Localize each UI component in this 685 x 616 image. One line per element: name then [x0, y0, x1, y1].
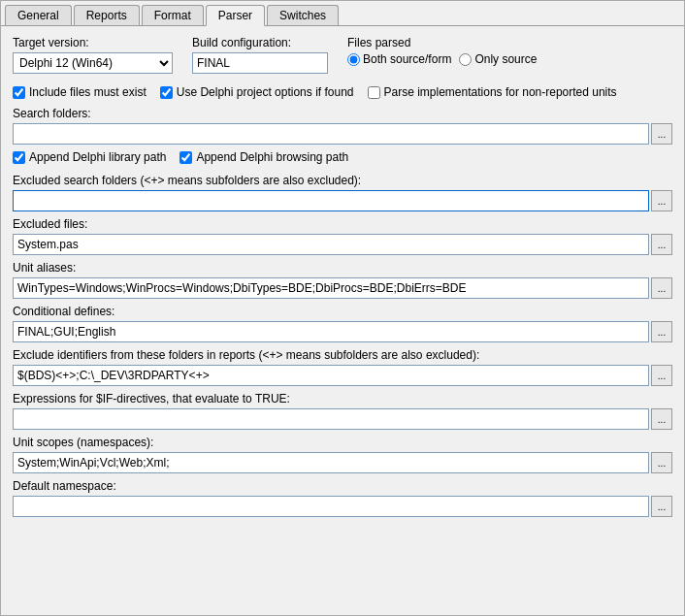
unit-aliases-label: Unit aliases:: [13, 261, 672, 275]
build-configuration-group: Build configuration:: [192, 36, 328, 74]
expressions-if-browse-btn[interactable]: ...: [651, 408, 672, 430]
default-namespace-section: Default namespace: ...: [13, 479, 672, 517]
conditional-defines-label: Conditional defines:: [13, 305, 672, 318]
search-folders-browse-btn[interactable]: ...: [651, 123, 672, 145]
conditional-defines-section: Conditional defines: ...: [13, 305, 672, 342]
search-folders-section: Search folders: ...: [13, 107, 672, 145]
unit-aliases-browse-btn[interactable]: ...: [651, 277, 672, 299]
main-window: General Reports Format Parser Switches T…: [0, 0, 685, 616]
excluded-files-browse-btn[interactable]: ...: [651, 234, 672, 255]
unit-aliases-section: Unit aliases: ...: [13, 261, 672, 299]
checkbox-delphi-project[interactable]: Use Delphi project options if found: [160, 85, 354, 99]
radio-only-source-label: Only source: [474, 52, 537, 66]
checkbox-include-files[interactable]: Include files must exist: [13, 85, 147, 99]
tab-bar: General Reports Format Parser Switches: [1, 1, 684, 26]
files-parsed-radio-row: Both source/form Only source: [347, 52, 537, 66]
tab-parser[interactable]: Parser: [206, 5, 265, 26]
tab-general[interactable]: General: [5, 5, 72, 25]
target-version-group: Target version: Delphi 12 (Win64): [13, 36, 173, 74]
files-parsed-group: Files parsed Both source/form Only sourc…: [347, 36, 537, 66]
unit-scopes-browse-btn[interactable]: ...: [651, 452, 672, 473]
unit-scopes-input[interactable]: [13, 452, 649, 473]
target-version-select[interactable]: Delphi 12 (Win64): [13, 52, 173, 74]
conditional-defines-browse-btn[interactable]: ...: [651, 321, 672, 342]
excluded-files-input-row: ...: [13, 234, 672, 255]
excluded-files-input[interactable]: [13, 234, 649, 255]
search-folders-input-row: ...: [13, 123, 672, 145]
excluded-files-section: Excluded files: ...: [13, 217, 672, 255]
files-parsed-label: Files parsed: [347, 36, 537, 49]
unit-scopes-section: Unit scopes (namespaces): ...: [13, 436, 672, 473]
tab-reports[interactable]: Reports: [74, 5, 140, 25]
conditional-defines-input[interactable]: [13, 321, 649, 342]
exclude-identifiers-input-row: ...: [13, 365, 672, 386]
unit-scopes-label: Unit scopes (namespaces):: [13, 436, 672, 449]
expressions-if-input[interactable]: [13, 408, 649, 430]
default-namespace-input[interactable]: [13, 496, 649, 517]
radio-only-source[interactable]: Only source: [459, 52, 537, 66]
parser-content: Target version: Delphi 12 (Win64) Build …: [1, 26, 684, 615]
unit-scopes-input-row: ...: [13, 452, 672, 473]
target-version-label: Target version:: [13, 36, 173, 49]
build-configuration-label: Build configuration:: [192, 36, 328, 49]
checkboxes-row-1: Include files must exist Use Delphi proj…: [13, 85, 672, 99]
exclude-identifiers-label: Exclude identifiers from these folders i…: [13, 348, 672, 362]
excluded-search-folders-input[interactable]: [13, 190, 649, 211]
checkbox-append-browsing[interactable]: Append Delphi browsing path: [179, 150, 348, 164]
checkbox-append-library-label: Append Delphi library path: [29, 150, 166, 164]
checkbox-append-library[interactable]: Append Delphi library path: [13, 150, 166, 164]
expressions-if-section: Expressions for $IF-directives, that eva…: [13, 392, 672, 430]
default-namespace-browse-btn[interactable]: ...: [651, 496, 672, 517]
exclude-identifiers-browse-btn[interactable]: ...: [651, 365, 672, 386]
search-folders-input[interactable]: [13, 123, 649, 145]
radio-both-source[interactable]: Both source/form: [347, 52, 451, 66]
unit-aliases-input-row: ...: [13, 277, 672, 299]
excluded-search-folders-section: Excluded search folders (<+> means subfo…: [13, 174, 672, 211]
expressions-if-label: Expressions for $IF-directives, that eva…: [13, 392, 672, 405]
build-configuration-input[interactable]: [192, 52, 328, 74]
excluded-files-label: Excluded files:: [13, 217, 672, 231]
excluded-search-folders-browse-btn[interactable]: ...: [651, 190, 672, 211]
conditional-defines-input-row: ...: [13, 321, 672, 342]
expressions-if-input-row: ...: [13, 408, 672, 430]
excluded-search-folders-label: Excluded search folders (<+> means subfo…: [13, 174, 672, 187]
unit-aliases-input[interactable]: [13, 277, 649, 299]
checkbox-delphi-project-label: Use Delphi project options if found: [177, 85, 354, 99]
checkbox-parse-implementations[interactable]: Parse implementations for non-reported u…: [368, 85, 617, 99]
search-folders-label: Search folders:: [13, 107, 672, 120]
checkbox-append-browsing-label: Append Delphi browsing path: [196, 150, 348, 164]
exclude-identifiers-section: Exclude identifiers from these folders i…: [13, 348, 672, 386]
checkbox-include-files-label: Include files must exist: [29, 85, 147, 99]
checkbox-parse-implementations-label: Parse implementations for non-reported u…: [384, 85, 617, 99]
checkboxes-row-2: Append Delphi library path Append Delphi…: [13, 150, 672, 164]
radio-both-source-label: Both source/form: [363, 52, 451, 66]
default-namespace-input-row: ...: [13, 496, 672, 517]
excluded-search-folders-input-row: ...: [13, 190, 672, 211]
default-namespace-label: Default namespace:: [13, 479, 672, 493]
exclude-identifiers-input[interactable]: [13, 365, 649, 386]
tab-format[interactable]: Format: [142, 5, 204, 25]
tab-switches[interactable]: Switches: [267, 5, 339, 25]
